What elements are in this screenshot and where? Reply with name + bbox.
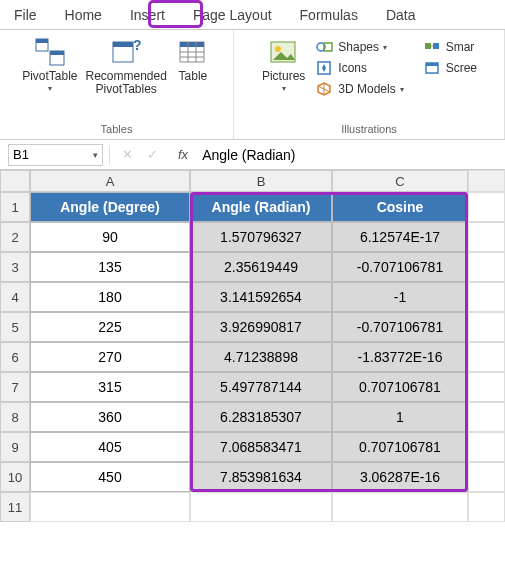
row-header[interactable]: 2 [0, 222, 30, 252]
cell[interactable]: 3.141592654 [190, 282, 332, 312]
spreadsheet-grid: A B C 1 2 3 4 5 6 7 8 9 10 11 Angle (Deg… [0, 170, 505, 192]
cell[interactable]: 7.068583471 [190, 432, 332, 462]
col-header-a[interactable]: A [30, 170, 190, 192]
tab-home[interactable]: Home [51, 3, 116, 27]
cell[interactable] [468, 342, 505, 372]
cell[interactable]: 3.06287E-16 [332, 462, 468, 492]
cell-c1[interactable]: Cosine [332, 192, 468, 222]
cell[interactable]: -0.707106781 [332, 312, 468, 342]
3d-models-button[interactable]: 3D Models ▾ [313, 80, 406, 98]
pictures-icon [268, 36, 300, 68]
cell[interactable]: 450 [30, 462, 190, 492]
cell-b1[interactable]: Angle (Radian) [190, 192, 332, 222]
pivot-table-button[interactable]: PivotTable ▾ [18, 34, 81, 95]
cell[interactable] [468, 222, 505, 252]
cell[interactable] [468, 492, 505, 522]
row-header[interactable]: 1 [0, 192, 30, 222]
row-header[interactable]: 6 [0, 342, 30, 372]
svg-rect-1 [36, 39, 48, 43]
cell-d1[interactable] [468, 192, 505, 222]
ribbon: PivotTable ▾ ? Recommended PivotTables T… [0, 30, 505, 140]
svg-point-14 [275, 46, 281, 52]
cell[interactable]: 360 [30, 402, 190, 432]
cancel-formula-button[interactable]: ✕ [118, 147, 137, 162]
cell[interactable] [190, 492, 332, 522]
cell[interactable]: 3.926990817 [190, 312, 332, 342]
table-button[interactable]: Table [171, 34, 215, 85]
cell[interactable]: 180 [30, 282, 190, 312]
icons-label: Icons [338, 61, 367, 75]
shapes-button[interactable]: Shapes ▾ [313, 38, 406, 56]
cell[interactable]: -0.707106781 [332, 252, 468, 282]
formula-value: Angle (Radian) [202, 147, 295, 163]
fx-icon[interactable]: fx [178, 147, 188, 162]
cell[interactable] [468, 312, 505, 342]
tab-data[interactable]: Data [372, 3, 430, 27]
cell[interactable]: 1 [332, 402, 468, 432]
cell[interactable]: 135 [30, 252, 190, 282]
cell[interactable]: 405 [30, 432, 190, 462]
select-all-corner[interactable] [0, 170, 30, 192]
cell[interactable] [30, 492, 190, 522]
cell[interactable] [468, 432, 505, 462]
cell[interactable] [468, 252, 505, 282]
shapes-label: Shapes [338, 40, 379, 54]
cell[interactable]: 7.853981634 [190, 462, 332, 492]
cell[interactable] [468, 462, 505, 492]
tables-group-label: Tables [101, 121, 133, 137]
cell[interactable]: 5.497787144 [190, 372, 332, 402]
smartart-button[interactable]: Smar [421, 38, 480, 56]
chevron-down-icon: ▾ [383, 43, 387, 52]
cell[interactable]: 0.707106781 [332, 372, 468, 402]
cell[interactable]: 4.71238898 [190, 342, 332, 372]
row-header[interactable]: 11 [0, 492, 30, 522]
icons-button[interactable]: Icons [313, 59, 406, 77]
name-box[interactable]: B1 [8, 144, 103, 166]
cell[interactable] [332, 492, 468, 522]
tab-file[interactable]: File [0, 3, 51, 27]
icons-icon [316, 60, 334, 76]
formula-input[interactable]: Angle (Radian) [196, 147, 505, 163]
cell[interactable]: 270 [30, 342, 190, 372]
cell[interactable]: -1.83772E-16 [332, 342, 468, 372]
accept-formula-button[interactable]: ✓ [143, 147, 162, 162]
col-header-c[interactable]: C [332, 170, 468, 192]
tab-page-layout[interactable]: Page Layout [179, 3, 286, 27]
cell-a1[interactable]: Angle (Degree) [30, 192, 190, 222]
row-header[interactable]: 5 [0, 312, 30, 342]
recommended-pivot-button[interactable]: ? Recommended PivotTables [82, 34, 171, 98]
shapes-icon [316, 39, 334, 55]
row-header[interactable]: 3 [0, 252, 30, 282]
tab-formulas[interactable]: Formulas [286, 3, 372, 27]
row-header[interactable]: 7 [0, 372, 30, 402]
cell[interactable]: 6.283185307 [190, 402, 332, 432]
row-header[interactable]: 4 [0, 282, 30, 312]
cell[interactable]: 90 [30, 222, 190, 252]
cell[interactable]: 315 [30, 372, 190, 402]
illustrations-group-label: Illustrations [341, 121, 397, 137]
col-header-b[interactable]: B [190, 170, 332, 192]
cell[interactable]: 2.35619449 [190, 252, 332, 282]
cell[interactable]: 1.570796327 [190, 222, 332, 252]
pivot-table-icon [34, 36, 66, 68]
tab-insert[interactable]: Insert [116, 3, 179, 27]
screenshot-button[interactable]: Scree [421, 59, 480, 77]
cell[interactable]: 225 [30, 312, 190, 342]
cell[interactable]: 0.707106781 [332, 432, 468, 462]
svg-rect-3 [50, 51, 64, 55]
pictures-label: Pictures [262, 70, 305, 83]
table-label: Table [179, 70, 208, 83]
cell[interactable] [468, 372, 505, 402]
cell[interactable]: -1 [332, 282, 468, 312]
row-header[interactable]: 9 [0, 432, 30, 462]
row-header[interactable]: 10 [0, 462, 30, 492]
screenshot-label: Scree [446, 61, 477, 75]
cell[interactable]: 6.12574E-17 [332, 222, 468, 252]
pictures-button[interactable]: Pictures ▾ [258, 34, 309, 95]
svg-text:?: ? [133, 38, 141, 53]
cell[interactable] [468, 282, 505, 312]
row-header[interactable]: 8 [0, 402, 30, 432]
cell[interactable] [468, 402, 505, 432]
screenshot-icon [424, 60, 442, 76]
col-header-d[interactable] [468, 170, 505, 192]
